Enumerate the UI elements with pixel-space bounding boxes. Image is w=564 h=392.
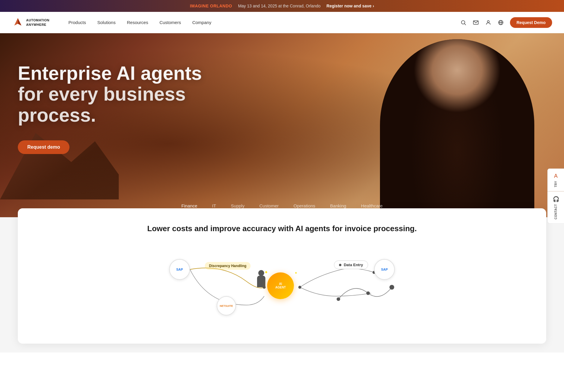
- svg-point-3: [487, 20, 489, 23]
- logo-icon: [12, 17, 24, 28]
- hero-title: Enterprise AI agents for every business …: [18, 63, 232, 126]
- announcement-bar: IMAGINE ORLANDO May 13 and 14, 2025 at t…: [0, 0, 564, 12]
- hero-cta-button[interactable]: Request demo: [18, 140, 69, 154]
- svg-point-11: [337, 297, 340, 301]
- try-label: TRY: [555, 181, 557, 187]
- globe-button[interactable]: [498, 19, 504, 26]
- search-button[interactable]: [460, 19, 467, 26]
- data-entry-dot: [339, 264, 341, 266]
- discrepancy-handling-label: Discrepancy Handling: [205, 262, 251, 270]
- nav-item-customers[interactable]: Customers: [155, 18, 185, 27]
- nav-item-resources[interactable]: Resources: [123, 18, 152, 27]
- nav-item-solutions[interactable]: Solutions: [93, 18, 120, 27]
- hero-section: Enterprise AI agents for every business …: [0, 33, 564, 217]
- contact-button[interactable]: 🎧 CONTACT: [547, 191, 564, 224]
- event-name: IMAGINE ORLANDO: [190, 4, 232, 8]
- navbar: AUTOMATION ANYWHERE Products Solutions R…: [0, 12, 564, 33]
- nav-item-company[interactable]: Company: [188, 18, 216, 27]
- hero-person-image: [380, 39, 534, 211]
- svg-point-13: [389, 285, 394, 290]
- nav-actions: Request Demo: [460, 17, 552, 28]
- logo-text: AUTOMATION ANYWHERE: [26, 18, 50, 27]
- mail-button[interactable]: [473, 19, 479, 26]
- netsuite-logo: NETSUITE: [217, 296, 236, 315]
- try-icon: A: [554, 173, 557, 179]
- svg-point-10: [258, 270, 264, 276]
- logo[interactable]: AUTOMATION ANYWHERE: [12, 17, 50, 28]
- contact-icon: 🎧: [553, 196, 559, 202]
- svg-line-1: [465, 23, 466, 25]
- event-date: May 13 and 14, 2025 at the Conrad, Orlan…: [238, 4, 321, 8]
- card-title: Lower costs and improve accuracy with AI…: [36, 223, 528, 234]
- contact-label: CONTACT: [555, 204, 557, 219]
- content-section: Lower costs and improve accuracy with AI…: [0, 217, 564, 353]
- nav-links: Products Solutions Resources Customers C…: [64, 18, 460, 27]
- svg-point-0: [461, 20, 465, 24]
- ai-agent-bubble: AIAGENT ✦ ✦: [267, 272, 294, 299]
- register-link[interactable]: Register now and save ›: [327, 4, 374, 8]
- user-button[interactable]: [485, 19, 492, 26]
- diagram-area: SAP Discrepancy Handling NETSUITE: [36, 246, 528, 329]
- svg-point-12: [366, 291, 370, 295]
- data-entry-label: Data Entry: [334, 261, 368, 269]
- request-demo-button[interactable]: Request Demo: [510, 17, 552, 28]
- svg-point-8: [298, 286, 301, 289]
- sap-left-logo: SAP: [169, 259, 190, 280]
- diagram-container: SAP Discrepancy Handling NETSUITE: [163, 246, 401, 329]
- right-curve-decoration: [335, 275, 395, 323]
- card-panel: Lower costs and improve accuracy with AI…: [18, 208, 546, 344]
- nav-item-products[interactable]: Products: [64, 18, 90, 27]
- floating-sidebar: A TRY 🎧 CONTACT: [547, 168, 564, 224]
- try-button[interactable]: A TRY: [547, 168, 564, 191]
- ai-agent-label: AIAGENT: [275, 282, 286, 289]
- hero-content: Enterprise AI agents for every business …: [18, 63, 232, 154]
